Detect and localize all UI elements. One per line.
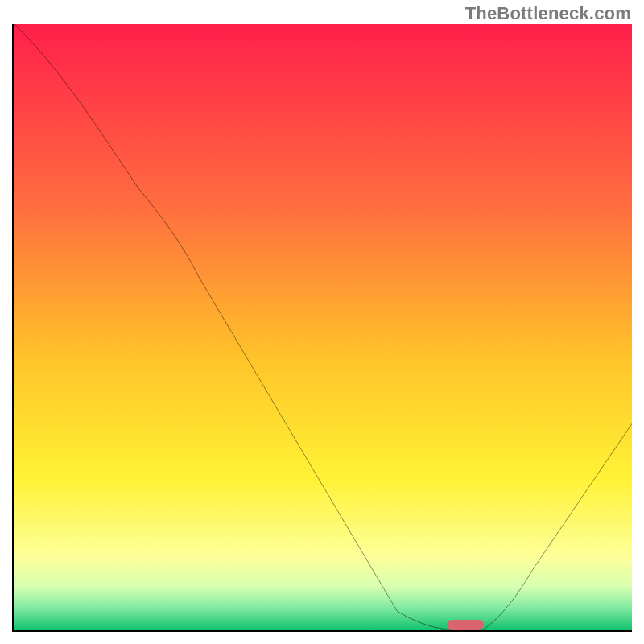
watermark-text: TheBottleneck.com — [465, 3, 631, 24]
plot-area — [12, 24, 632, 632]
optimum-marker — [447, 620, 484, 630]
bottleneck-curve — [14, 24, 632, 630]
bottleneck-chart: TheBottleneck.com — [0, 0, 644, 644]
